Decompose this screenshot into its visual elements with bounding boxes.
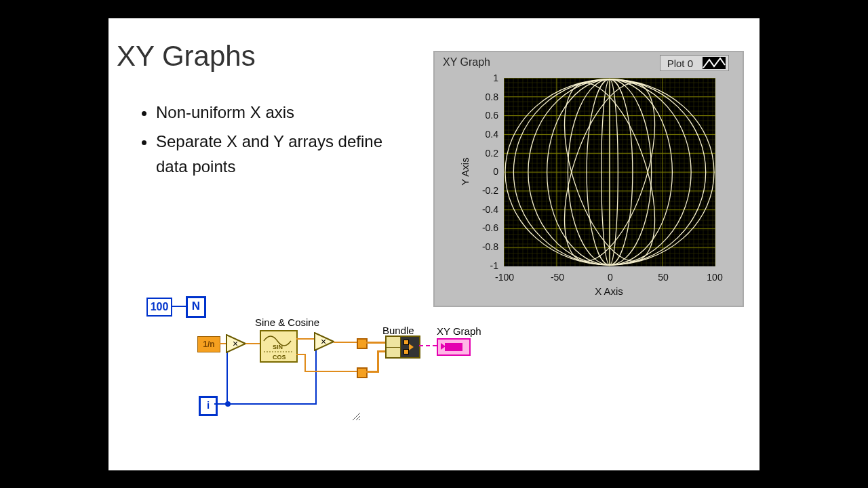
y-tick: 0.2 [471, 148, 498, 159]
reciprocal-node: 1/n [197, 336, 220, 352]
block-diagram: 100 N i 1/n × Sine & Cosine SIN COS [146, 291, 519, 426]
y-tick: 0 [471, 166, 498, 177]
x-tick: 100 [698, 272, 732, 283]
bullet-list: Non-uniform X axis Separate X and Y arra… [142, 100, 387, 184]
wire [304, 371, 358, 372]
iteration-terminal: i [199, 396, 218, 416]
svg-text:SIN: SIN [273, 344, 283, 350]
loop-count-terminal: N [186, 296, 206, 318]
y-tick: 0.6 [471, 110, 498, 121]
xy-graph-terminal [437, 338, 471, 356]
y-tick: -1 [471, 260, 498, 271]
svg-text:×: × [233, 338, 238, 349]
x-tick: 0 [593, 272, 627, 283]
wire [245, 343, 260, 344]
y-tick: 0.4 [471, 129, 498, 140]
wire [171, 306, 186, 307]
wire [226, 403, 317, 405]
x-tick: -50 [540, 272, 574, 283]
xy-graph-panel: XY Graph Plot 0 Y Axis X Axis 1 0.8 0.6 … [433, 51, 744, 307]
y-tick: -0.6 [471, 222, 498, 233]
xy-graph-title: XY Graph [443, 56, 490, 68]
autoindex-tunnel [357, 338, 368, 349]
y-tick: -0.4 [471, 204, 498, 215]
x-tick: 50 [646, 272, 680, 283]
y-tick: 0.8 [471, 92, 498, 102]
multiply-node: × [226, 334, 246, 353]
wire [226, 349, 228, 405]
wire [296, 338, 315, 340]
svg-line-110 [353, 413, 360, 420]
multiply-node: × [314, 332, 334, 351]
bundle-label: Bundle [382, 325, 414, 336]
wire [304, 354, 306, 372]
wire [214, 403, 228, 405]
y-tick: -0.8 [471, 241, 498, 252]
svg-line-112 [359, 419, 360, 420]
xy-graph-terminal-label: XY Graph [437, 325, 481, 337]
y-tick: 1 [471, 73, 498, 83]
plot-legend[interactable]: Plot 0 [660, 55, 729, 71]
bundle-node [385, 336, 420, 359]
sine-cosine-label: Sine & Cosine [255, 317, 319, 328]
wire [377, 350, 379, 373]
plot-legend-label: Plot 0 [663, 58, 697, 69]
y-tick: -0.2 [471, 185, 498, 196]
wire [419, 345, 437, 346]
sine-cosine-node: SIN COS [260, 330, 298, 363]
resize-handle-icon [352, 411, 361, 420]
svg-text:×: × [321, 336, 326, 347]
bullet-item: Separate X and Y arrays define data poin… [156, 129, 387, 179]
plot-legend-swatch-icon [703, 57, 726, 69]
svg-text:COS: COS [273, 354, 286, 361]
wire [334, 342, 358, 343]
slide-title: XY Graphs [117, 40, 256, 73]
plot-area [504, 78, 715, 266]
autoindex-tunnel [357, 367, 368, 378]
wire [366, 342, 387, 344]
y-axis-label: Y Axis [459, 157, 471, 185]
slide: XY Graphs Non-uniform X axis Separate X … [108, 18, 760, 470]
numeric-constant-100: 100 [146, 298, 172, 317]
wire [315, 348, 317, 405]
x-tick: -100 [488, 272, 521, 283]
bullet-item: Non-uniform X axis [156, 100, 387, 125]
